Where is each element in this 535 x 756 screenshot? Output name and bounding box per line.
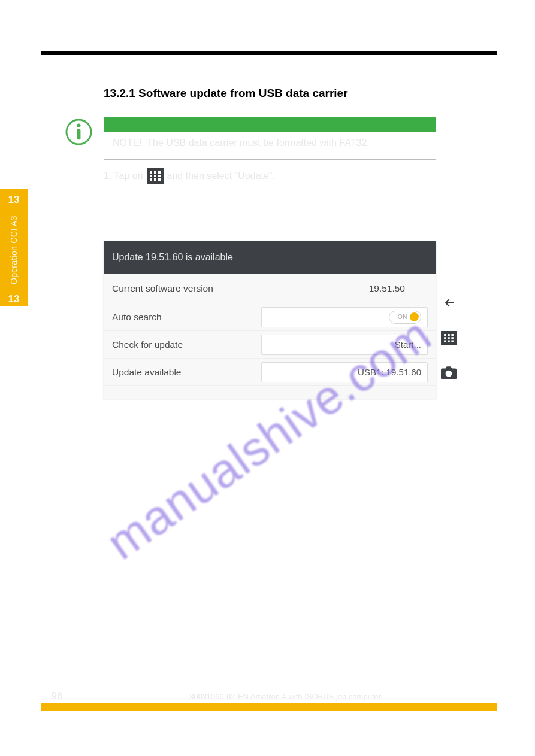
svg-rect-13: [448, 334, 450, 336]
field-autosearch[interactable]: ON: [261, 307, 428, 327]
svg-rect-18: [444, 341, 446, 343]
side-tab-num-bottom: 13: [0, 293, 28, 305]
svg-rect-16: [448, 337, 450, 339]
side-tab-num-top: 13: [0, 194, 28, 206]
footer-text: 30031060-02-EN Amatron 4 with ISOBUS job…: [73, 692, 497, 702]
page: 13.2.1 Software update from USB data car…: [41, 0, 497, 756]
apps-grid-icon[interactable]: [147, 168, 164, 184]
autosearch-toggle[interactable]: ON: [389, 311, 421, 324]
toggle-state: ON: [398, 314, 407, 320]
top-rule: [41, 51, 497, 55]
svg-rect-12: [444, 334, 446, 336]
svg-rect-11: [158, 178, 161, 181]
label-version: Current software version: [112, 283, 223, 294]
field-check[interactable]: Start...: [261, 335, 428, 355]
svg-rect-2: [77, 129, 81, 140]
svg-point-1: [77, 124, 80, 127]
note-box-body: NOTE! The USB data carrier must be forma…: [104, 132, 436, 159]
step-one: 1. Tap on and then select "Update".: [104, 168, 275, 184]
svg-rect-15: [444, 337, 446, 339]
svg-rect-4: [154, 171, 156, 174]
footer-bar: [41, 703, 497, 711]
svg-rect-17: [451, 337, 454, 339]
svg-rect-9: [150, 178, 152, 181]
row-version: Current software version 19.51.50: [104, 274, 436, 303]
svg-rect-20: [451, 341, 454, 343]
svg-rect-19: [448, 341, 450, 343]
svg-rect-3: [150, 171, 152, 174]
note-box: NOTE! The USB data carrier must be forma…: [104, 117, 436, 160]
page-number: 96: [41, 690, 73, 702]
value-check: Start...: [395, 339, 421, 350]
row-autosearch: Auto search ON: [104, 303, 436, 331]
label-check: Check for update: [112, 339, 223, 350]
note-label: NOTE!: [113, 138, 144, 148]
label-available: Update available: [112, 367, 223, 378]
note-box-head: [104, 117, 436, 132]
section-heading: 13.2.1 Software update from USB data car…: [104, 87, 348, 100]
device-screenshot: Update 19.51.60 is available Current sof…: [104, 241, 436, 399]
svg-rect-7: [154, 175, 156, 177]
row-check: Check for update Start...: [104, 331, 436, 359]
svg-rect-8: [158, 175, 161, 177]
step-one-prefix: 1. Tap on: [104, 171, 143, 181]
svg-rect-6: [150, 175, 152, 177]
note-text: The USB data carrier must be formatted w…: [147, 138, 369, 148]
row-available: Update available USB1: 19.51.60: [104, 359, 436, 386]
step-one-rest: and then select "Update".: [167, 171, 275, 181]
toggle-knob: [410, 312, 419, 321]
shot-header: Update 19.51.60 is available: [104, 241, 436, 274]
apps-grid-icon[interactable]: [440, 330, 457, 347]
shot-body: Current software version 19.51.50 Auto s…: [104, 274, 436, 399]
side-tab-label: Operation CCI A3: [0, 208, 28, 292]
field-available[interactable]: USB1: 19.51.60: [261, 362, 428, 382]
label-autosearch: Auto search: [112, 312, 223, 323]
svg-rect-10: [154, 178, 156, 181]
svg-rect-14: [451, 334, 454, 336]
value-version: 19.51.50: [369, 283, 428, 294]
value-available: USB1: 19.51.60: [358, 367, 421, 377]
shot-side-buttons: [437, 274, 460, 399]
camera-icon[interactable]: [440, 365, 457, 381]
svg-rect-5: [158, 171, 161, 174]
back-icon[interactable]: [440, 295, 457, 312]
info-icon: [65, 118, 93, 146]
footer: 96 30031060-02-EN Amatron 4 with ISOBUS …: [41, 690, 497, 702]
